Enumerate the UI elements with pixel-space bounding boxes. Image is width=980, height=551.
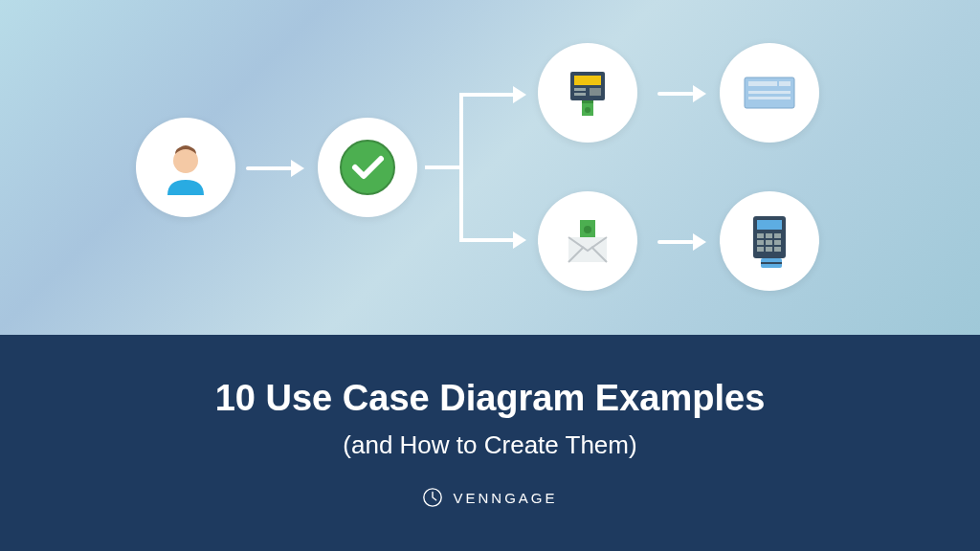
svg-rect-26 xyxy=(757,247,764,252)
bank-check-icon xyxy=(741,72,798,114)
user-node xyxy=(136,118,235,217)
user-icon xyxy=(158,140,213,195)
svg-rect-7 xyxy=(590,88,601,96)
brand-badge: VENNGAGE xyxy=(422,487,557,508)
svg-rect-12 xyxy=(748,81,777,86)
page-title: 10 Use Case Diagram Examples xyxy=(215,378,766,419)
svg-point-17 xyxy=(584,226,591,233)
svg-rect-25 xyxy=(774,240,781,245)
envelope-node xyxy=(538,191,637,291)
svg-rect-14 xyxy=(748,91,791,94)
checkmark-node xyxy=(318,118,417,217)
checkmark-icon xyxy=(339,139,396,196)
diagram-section xyxy=(0,0,980,335)
svg-rect-30 xyxy=(761,262,782,264)
svg-point-10 xyxy=(585,107,590,113)
check-node xyxy=(720,43,819,143)
terminal-node xyxy=(720,191,819,291)
svg-rect-15 xyxy=(748,97,791,99)
svg-rect-21 xyxy=(766,233,772,238)
svg-rect-6 xyxy=(574,93,586,96)
svg-rect-9 xyxy=(582,100,593,103)
svg-rect-23 xyxy=(757,240,764,245)
arrow-icon xyxy=(657,233,706,251)
pos-terminal-icon xyxy=(744,212,795,270)
page-subtitle: (and How to Create Them) xyxy=(343,430,636,460)
svg-rect-28 xyxy=(774,247,781,252)
svg-rect-27 xyxy=(766,247,772,252)
footer-section: 10 Use Case Diagram Examples (and How to… xyxy=(0,335,980,551)
brand-label: VENNGAGE xyxy=(453,490,557,506)
svg-rect-20 xyxy=(757,233,764,238)
atm-node xyxy=(538,43,637,143)
svg-rect-22 xyxy=(774,233,781,238)
svg-rect-13 xyxy=(779,81,791,86)
clock-icon xyxy=(422,487,443,508)
arrow-icon xyxy=(246,160,304,177)
svg-rect-24 xyxy=(766,240,772,245)
svg-rect-19 xyxy=(757,220,782,230)
svg-rect-4 xyxy=(574,76,601,85)
flow-diagram xyxy=(107,33,873,301)
svg-rect-5 xyxy=(574,88,586,91)
branch-connector xyxy=(425,93,530,244)
money-envelope-icon xyxy=(559,214,616,268)
atm-icon xyxy=(561,66,614,120)
arrow-icon xyxy=(657,85,706,102)
